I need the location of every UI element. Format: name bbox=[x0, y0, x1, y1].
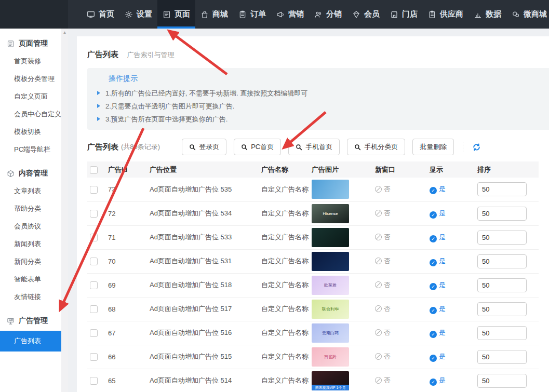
sidebar-item[interactable]: 智能表单 bbox=[0, 271, 61, 288]
topnav-item[interactable]: 分销 bbox=[309, 0, 347, 29]
sidebar-item[interactable]: 模板分类管理 bbox=[0, 70, 61, 88]
ad-image-thumbnail[interactable] bbox=[312, 180, 349, 199]
sort-input[interactable] bbox=[477, 350, 527, 364]
row-checkbox[interactable] bbox=[90, 186, 98, 194]
ad-image-thumbnail[interactable] bbox=[312, 228, 349, 247]
topnav-item[interactable]: 门店 bbox=[385, 0, 423, 29]
show-value: 是 bbox=[439, 185, 446, 193]
toolbar-button[interactable]: 登录页 bbox=[182, 139, 226, 155]
row-checkbox[interactable] bbox=[90, 353, 98, 361]
sort-input[interactable] bbox=[477, 326, 527, 340]
topnav-item[interactable]: 数据 bbox=[468, 0, 506, 29]
topnav-item[interactable]: 订单 bbox=[233, 0, 271, 29]
sidebar-item[interactable]: 会员协议 bbox=[0, 218, 61, 235]
sidebar-item[interactable]: 新闻列表 bbox=[0, 235, 61, 253]
sidebar-item[interactable]: 会员中心自定义 bbox=[0, 105, 61, 123]
sort-input[interactable] bbox=[477, 302, 527, 316]
ad-image-thumbnail[interactable]: 欧莱雅 bbox=[312, 276, 349, 295]
toolbar-button[interactable]: 手机首页 bbox=[288, 139, 340, 155]
row-checkbox[interactable] bbox=[90, 329, 98, 337]
sidebar-item[interactable]: 友情链接 bbox=[0, 288, 61, 306]
topnav-item-label: 数据 bbox=[486, 9, 501, 19]
ad-image-thumbnail[interactable]: 联合利华 bbox=[312, 300, 349, 319]
row-checkbox[interactable] bbox=[90, 305, 98, 313]
sort-input[interactable] bbox=[477, 231, 527, 245]
topnav-item[interactable]: 会员 bbox=[347, 0, 385, 29]
table-toolbar: 广告列表 (共89条记录) 登录页 PC首页 手机首页 手机分类页 批量删除 bbox=[87, 139, 539, 155]
sort-input[interactable] bbox=[477, 254, 527, 268]
toolbar-button[interactable]: 手机分类页 bbox=[347, 139, 405, 155]
row-checkbox[interactable] bbox=[90, 377, 98, 385]
row-checkbox[interactable] bbox=[90, 210, 98, 218]
topnav-item[interactable]: 微商城 bbox=[506, 0, 549, 29]
sidebar-item[interactable]: 首页装修 bbox=[0, 52, 61, 70]
sidebar-item[interactable]: PC端导航栏 bbox=[0, 141, 61, 158]
toolbar-button[interactable]: PC首页 bbox=[234, 139, 281, 155]
topnav-item[interactable]: 商城 bbox=[195, 0, 233, 29]
ad-image-thumbnail[interactable]: 云南白药 bbox=[312, 323, 349, 343]
toolbar-button-label: 批量删除 bbox=[420, 142, 447, 152]
topnav-item[interactable]: 页面 bbox=[157, 0, 195, 29]
sort-input[interactable] bbox=[477, 374, 527, 388]
sidebar-item[interactable]: 帮助分类 bbox=[0, 200, 61, 218]
select-all-checkbox[interactable] bbox=[90, 166, 98, 174]
topnav-item[interactable]: 设置 bbox=[119, 0, 157, 29]
row-checkbox[interactable] bbox=[90, 258, 98, 265]
scroll-up-icon[interactable]: ▲ bbox=[63, 30, 67, 35]
ad-name: 自定义广告名称 bbox=[261, 225, 312, 249]
ad-image-thumbnail[interactable]: 腾讯视频VIP 1个月 bbox=[312, 371, 349, 390]
new-window-value: 否 bbox=[384, 257, 391, 265]
billboard-icon bbox=[7, 317, 15, 325]
show-value: 是 bbox=[439, 257, 446, 265]
tip-item: 1.所有的广告位已经内置好, 不需要手动新增. 直接按照文档编辑即可 bbox=[96, 87, 540, 100]
ad-id: 68 bbox=[108, 297, 150, 321]
check-circle-icon: ✓ bbox=[430, 259, 437, 266]
top-navigation: 首页 设置 页面 商城 订单 营销 分销 会员 门店 供应商 数据 微商城 bbox=[0, 0, 549, 29]
check-circle-icon: ✓ bbox=[430, 379, 437, 386]
ad-name: 自定义广告名称 bbox=[261, 297, 312, 321]
search-icon bbox=[241, 144, 248, 151]
ad-position: Ad页面自动增加广告位 515 bbox=[150, 345, 261, 369]
topnav-item-label: 门店 bbox=[402, 9, 418, 19]
page-icon bbox=[163, 10, 171, 19]
ad-image-thumbnail[interactable]: 百雀羚 bbox=[312, 347, 349, 367]
ad-image-caption: 腾讯视频VIP 1个月 bbox=[312, 385, 349, 390]
sidebar-item[interactable]: 自定义页面 bbox=[0, 88, 61, 105]
ad-image-thumbnail[interactable] bbox=[312, 252, 349, 271]
sidebar-scrollbar[interactable]: ▲ bbox=[61, 29, 68, 392]
sidebar-item[interactable]: 文章列表 bbox=[0, 182, 61, 200]
sidebar-section-label: 内容管理 bbox=[19, 169, 48, 178]
topnav-item-label: 供应商 bbox=[440, 9, 463, 19]
topnav-item[interactable]: 首页 bbox=[82, 0, 119, 29]
row-checkbox[interactable] bbox=[90, 234, 98, 241]
search-icon bbox=[296, 144, 302, 151]
topnav-item-label: 页面 bbox=[175, 9, 190, 19]
ad-name: 自定义广告名称 bbox=[261, 273, 312, 297]
forbidden-icon bbox=[375, 329, 382, 336]
clipboard-icon bbox=[428, 10, 436, 19]
sort-input[interactable] bbox=[477, 278, 527, 292]
sort-input[interactable] bbox=[477, 207, 527, 221]
sidebar-item[interactable]: 模板切换 bbox=[0, 123, 61, 141]
document-icon bbox=[7, 40, 15, 48]
sidebar-item[interactable]: 广告列表 bbox=[0, 331, 61, 352]
show-value: 是 bbox=[439, 209, 446, 217]
check-circle-icon: ✓ bbox=[430, 235, 437, 242]
ad-id: 71 bbox=[108, 225, 150, 249]
ad-image-caption: 欧莱雅 bbox=[324, 283, 337, 288]
new-window-value: 否 bbox=[384, 233, 391, 241]
ad-image-thumbnail[interactable]: Hisense bbox=[312, 204, 349, 223]
page-subtitle: 广告索引与管理 bbox=[127, 51, 174, 59]
refresh-icon[interactable] bbox=[472, 143, 481, 152]
sort-input[interactable] bbox=[477, 182, 527, 196]
ad-position: Ad页面自动增加广告位 531 bbox=[150, 249, 261, 273]
topnav-item[interactable]: 营销 bbox=[271, 0, 309, 29]
sidebar-item[interactable]: 新闻分类 bbox=[0, 253, 61, 271]
ad-name: 自定义广告名称 bbox=[261, 369, 312, 392]
table-header-row: 广告id广告位置广告名称广告图片新窗口显示排序 bbox=[87, 161, 539, 178]
topnav-item[interactable]: 供应商 bbox=[423, 0, 468, 29]
forbidden-icon bbox=[375, 234, 382, 240]
row-checkbox[interactable] bbox=[90, 281, 98, 289]
show-value: 是 bbox=[439, 233, 446, 241]
toolbar-button[interactable]: 批量删除 bbox=[412, 139, 454, 155]
